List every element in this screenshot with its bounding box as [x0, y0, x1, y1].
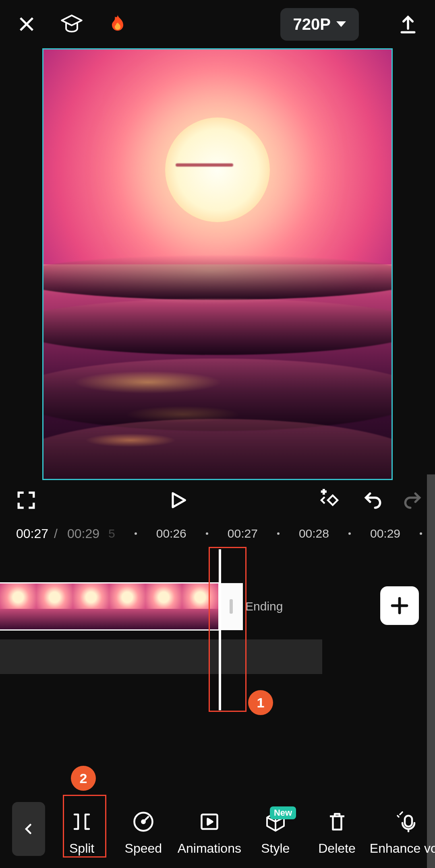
tool-label: Style — [261, 841, 290, 856]
ruler-marks: 5 00:26 00:27 00:28 00:29 — [108, 527, 422, 540]
close-icon[interactable] — [16, 14, 37, 35]
annotation-box-2 — [63, 795, 106, 858]
video-clip[interactable] — [0, 582, 220, 631]
annotation-marker-2: 2 — [71, 766, 96, 791]
tool-label: Animations — [178, 841, 241, 856]
resolution-selector[interactable]: 720P — [280, 8, 359, 41]
add-clip-button[interactable] — [380, 586, 419, 625]
svg-text:+: + — [321, 489, 326, 496]
annotation-box-1 — [209, 547, 246, 712]
top-bar: 720P — [0, 0, 435, 48]
undo-icon[interactable] — [362, 490, 383, 510]
academy-icon[interactable] — [59, 12, 84, 37]
resolution-label: 720P — [293, 15, 331, 33]
export-icon[interactable] — [397, 13, 419, 35]
tool-animations[interactable]: Animations — [176, 810, 242, 856]
redo-icon[interactable] — [403, 490, 423, 510]
audio-track[interactable] — [0, 639, 322, 674]
time-ruler[interactable]: 00:27 / 00:29 5 00:26 00:27 00:28 00:29 — [0, 520, 435, 547]
ending-label: Ending — [245, 600, 283, 613]
tool-label: Delete — [318, 841, 356, 856]
tool-style[interactable]: New Style — [246, 810, 304, 856]
tool-label: Speed — [125, 841, 162, 856]
transport-bar: + — [0, 480, 435, 520]
video-preview[interactable] — [42, 48, 393, 480]
current-time: 00:27 — [16, 526, 48, 541]
keyframe-icon[interactable]: + — [320, 489, 342, 511]
svg-rect-4 — [405, 816, 412, 827]
play-icon[interactable] — [168, 490, 188, 511]
new-badge: New — [270, 806, 296, 819]
chevron-down-icon — [336, 21, 346, 27]
flame-icon[interactable] — [106, 13, 129, 35]
tool-enhance-voice[interactable]: Enhance voic — [370, 810, 435, 856]
tool-speed[interactable]: Speed — [114, 810, 172, 856]
fullscreen-icon[interactable] — [16, 490, 36, 510]
preview-area — [0, 48, 435, 480]
annotation-marker-1: 1 — [248, 690, 273, 715]
time-separator: / — [54, 526, 62, 541]
tool-delete[interactable]: Delete — [308, 810, 366, 856]
total-time: 00:29 — [67, 526, 99, 541]
svg-point-2 — [142, 820, 145, 823]
timeline[interactable]: Ending 1 — [0, 547, 435, 756]
back-button[interactable] — [12, 802, 45, 856]
tool-label: Enhance voic — [370, 841, 435, 856]
